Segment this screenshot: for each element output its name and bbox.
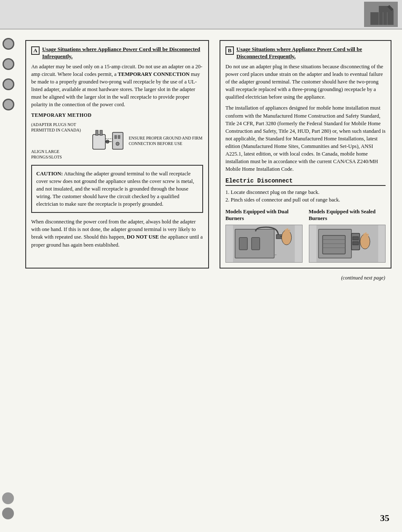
svg-text:←: ← (274, 253, 278, 257)
left-icons (0, 30, 17, 532)
svg-rect-17 (239, 237, 248, 250)
svg-rect-6 (93, 134, 105, 149)
plug-diagram-svg (91, 126, 124, 156)
left-column: A Usage Situations where Appliance Power… (25, 40, 209, 269)
sealed-burners-title: Models Equipped with Sealed Burners (309, 208, 386, 222)
side-icon-2 (3, 58, 14, 70)
sealed-burners-col: Models Equipped with Sealed Burners (309, 208, 386, 263)
top-bar (0, 0, 402, 30)
dual-burners-image: ← (225, 225, 303, 263)
svg-rect-33 (352, 236, 358, 240)
hand-icon (366, 2, 396, 27)
svg-rect-34 (352, 242, 358, 245)
svg-rect-11 (113, 132, 123, 149)
sealed-burners-svg (309, 225, 386, 262)
disconnect-step2: 2. Pinch sides of connector and pull out… (225, 196, 386, 204)
side-icon-1 (3, 38, 14, 50)
svg-rect-18 (252, 237, 260, 250)
disconnect-steps: 1. Locate disconnect plug on the range b… (225, 188, 386, 204)
bottom-left-icons (2, 492, 14, 519)
right-col-inner: B Usage Situations where Appliance Power… (220, 40, 391, 269)
dual-burners-title: Models Equipped with Dual Burners (225, 208, 303, 222)
side-icon-3 (3, 78, 14, 90)
bottom-icon-2 (2, 508, 14, 519)
side-icon-4 (3, 99, 14, 110)
section-b-letter: B (225, 46, 234, 55)
temp-method-heading: TEMPORARY METHOD (31, 112, 203, 118)
section-b-body1: Do not use an adapter plug in these situ… (225, 63, 386, 101)
two-columns: A Usage Situations where Appliance Power… (25, 40, 394, 269)
svg-point-22 (281, 230, 291, 245)
adapter-diagram (91, 126, 124, 156)
section-a-header: A Usage Situations where Appliance Power… (31, 46, 203, 60)
svg-rect-28 (322, 235, 345, 254)
svg-rect-7 (96, 130, 98, 135)
bottom-left-paragraph: When disconnecting the power cord from t… (31, 218, 203, 249)
section-b-body2: The installation of appliances designed … (225, 104, 386, 173)
page: A Usage Situations where Appliance Power… (0, 0, 402, 532)
section-b-title: Usage Situations where Appliance Power C… (236, 46, 386, 60)
section-b-header: B Usage Situations where Appliance Power… (225, 46, 386, 60)
svg-rect-13 (118, 135, 120, 139)
logo-box (364, 2, 398, 27)
ensure-text: ENSURE PROPER GROUND AND FIRM CONNECTION… (129, 135, 203, 146)
sealed-burners-image (309, 225, 386, 263)
section-a-title: Usage Situations where Appliance Power C… (42, 46, 203, 60)
adapter-note: (ADAPTER PLUGS NOT PERMITTED IN CANADA) … (31, 122, 86, 160)
section-a-body: An adapter may be used only on a 15-amp … (31, 63, 203, 109)
svg-line-38 (367, 234, 368, 236)
section-a-letter: A (31, 46, 40, 55)
svg-line-25 (289, 229, 289, 232)
dual-burners-svg: ← (226, 225, 302, 262)
dual-burners-col: Models Equipped with Dual Burners (225, 208, 303, 263)
svg-point-14 (116, 142, 119, 145)
footer-area: (continued next page) (25, 275, 394, 281)
main-content: A Usage Situations where Appliance Power… (17, 30, 402, 287)
caution-box: CAUTION: Attaching the adapter ground te… (31, 165, 203, 213)
disconnect-step1: 1. Locate disconnect plug on the range b… (225, 188, 386, 196)
bottom-icon-1 (2, 492, 14, 504)
models-row: Models Equipped with Dual Burners (225, 208, 386, 263)
svg-rect-12 (115, 135, 117, 139)
svg-point-35 (360, 234, 370, 249)
svg-rect-8 (100, 130, 102, 135)
right-column: B Usage Situations where Appliance Power… (217, 40, 394, 269)
temp-method-area: (ADAPTER PLUGS NOT PERMITTED IN CANADA) … (31, 122, 203, 160)
electric-disconnect-title: Electric Disconnect (225, 177, 386, 186)
continued-text: (continued next page) (341, 275, 385, 281)
page-number: 35 (380, 513, 389, 524)
caution-label: CAUTION: (36, 171, 63, 177)
